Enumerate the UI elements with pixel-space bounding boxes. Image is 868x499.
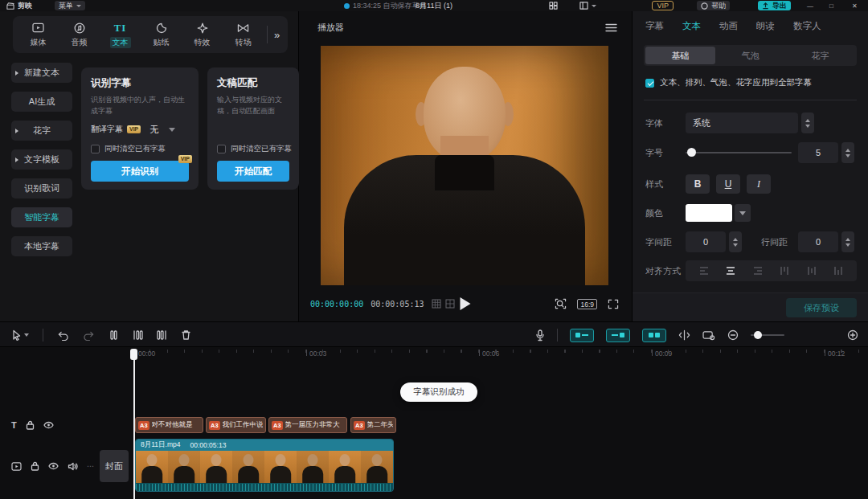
play-button[interactable] <box>461 297 471 310</box>
translate-dropdown[interactable]: 无 <box>149 124 158 136</box>
tab-text[interactable]: TI 文本 <box>100 22 141 48</box>
subtitle-clip[interactable]: A3 第一届压力非常大 <box>268 417 347 433</box>
undo-icon[interactable] <box>57 330 69 341</box>
record-voiceover-icon[interactable] <box>535 329 545 342</box>
font-stepper[interactable] <box>801 112 814 133</box>
tab-digital-human[interactable]: 数字人 <box>793 20 821 32</box>
minimize-button[interactable]: — <box>807 1 818 10</box>
line-spacing-stepper[interactable] <box>841 231 854 252</box>
vip-button[interactable]: VIP <box>652 1 674 10</box>
sidebar-item-smart-subtitles[interactable]: 智能字幕 <box>11 207 72 227</box>
bold-button[interactable]: B <box>686 174 710 194</box>
size-value-field[interactable]: 5 <box>798 142 838 163</box>
subtitle-clip[interactable]: A3 对不对他就是 <box>135 417 203 433</box>
slider-knob[interactable] <box>754 331 762 339</box>
cover-button[interactable]: 封面 <box>100 450 129 482</box>
tab-tts[interactable]: 朗读 <box>756 20 775 32</box>
align-middle-icon[interactable] <box>806 265 817 276</box>
clear-existing-checkbox-row[interactable]: 同时清空已有字幕 <box>217 144 292 154</box>
sidebar-item-ai-generate[interactable]: AI生成 <box>11 92 72 112</box>
player-panel: 播放器 00:00:00:00 00:00:05:13 16:9 <box>299 11 632 321</box>
layout-icon-button[interactable] <box>549 1 558 10</box>
sidebar-item-text-template[interactable]: 文字模板 <box>11 149 72 170</box>
align-top-icon[interactable] <box>779 265 790 276</box>
letter-spacing-stepper[interactable] <box>729 231 742 252</box>
frame-grid-icon[interactable] <box>445 299 455 309</box>
underline-button[interactable]: U <box>716 174 740 194</box>
preview-axis-icon[interactable] <box>678 329 690 341</box>
delete-icon[interactable] <box>181 329 191 341</box>
line-spacing-field[interactable]: 0 <box>798 231 838 252</box>
main-track-magnet-toggle[interactable] <box>570 329 594 342</box>
tab-animation[interactable]: 动画 <box>719 20 738 32</box>
align-left-icon[interactable] <box>698 265 710 276</box>
subtitle-clip[interactable]: A3 我们工作中说 <box>206 417 266 433</box>
subtitle-clip[interactable]: A3 第二年头 <box>350 417 396 433</box>
sidebar-item-local-subtitles[interactable]: 本地字幕 <box>11 236 72 256</box>
checkbox[interactable] <box>91 145 100 153</box>
align-bottom-icon[interactable] <box>833 265 844 276</box>
checkbox-checked[interactable] <box>645 79 654 88</box>
playhead-handle[interactable] <box>130 349 137 360</box>
tab-effects[interactable]: 特效 <box>182 22 223 48</box>
color-swatch[interactable] <box>686 204 732 222</box>
lock-icon[interactable] <box>26 420 35 430</box>
fullscreen-icon[interactable] <box>608 299 619 309</box>
clear-existing-checkbox-row[interactable]: 同时清空已有字幕 <box>91 144 166 154</box>
tab-text[interactable]: 文本 <box>682 20 701 32</box>
sidebar-item-new-text[interactable]: 新建文本 <box>11 63 72 83</box>
subtab-fancy[interactable]: 花字 <box>785 47 855 64</box>
tab-media[interactable]: 媒体 <box>18 22 59 48</box>
player-menu-button[interactable] <box>605 23 617 32</box>
lock-icon[interactable] <box>31 461 39 471</box>
export-button[interactable]: 导出 <box>758 1 791 10</box>
trim-right-icon[interactable] <box>157 329 167 341</box>
trim-left-icon[interactable] <box>133 329 143 341</box>
apply-to-all-row[interactable]: 文本、排列、气泡、花字应用到全部字幕 <box>645 77 812 88</box>
redo-icon[interactable] <box>83 330 95 341</box>
checkbox[interactable] <box>217 145 226 153</box>
italic-button[interactable]: I <box>747 174 771 194</box>
video-clip[interactable]: 8月11日.mp4 00:00:05:13 <box>135 439 394 492</box>
frame-grid-icon[interactable] <box>432 299 441 309</box>
mute-speaker-icon[interactable] <box>68 462 78 471</box>
track-more-icon[interactable]: ⋯ <box>87 462 95 470</box>
align-right-icon[interactable] <box>752 265 764 276</box>
sidebar-item-fancy-text[interactable]: 花字 <box>11 121 72 141</box>
close-button[interactable]: ✕ <box>852 1 863 10</box>
size-slider-knob[interactable] <box>687 148 696 157</box>
tab-subtitles[interactable]: 字幕 <box>645 20 664 32</box>
menu-button[interactable]: 菜单 <box>55 1 85 10</box>
subtab-bubble[interactable]: 气泡 <box>715 47 785 64</box>
size-slider-track[interactable] <box>686 152 792 153</box>
preview-zoom-icon[interactable] <box>702 330 715 341</box>
start-match-button[interactable]: 开始匹配 <box>217 161 289 182</box>
help-button[interactable]: 帮助 <box>697 1 730 10</box>
tab-transitions[interactable]: 转场 <box>223 22 264 48</box>
split-icon[interactable] <box>108 329 119 341</box>
more-tabs-button[interactable]: » <box>274 29 278 41</box>
tab-audio[interactable]: 音频 <box>59 22 100 48</box>
zoom-to-fit-icon[interactable] <box>847 329 858 341</box>
start-recognition-button[interactable]: 开始识别 VIP <box>91 161 189 182</box>
zoom-out-icon[interactable] <box>727 329 739 341</box>
auto-snap-toggle[interactable] <box>606 329 630 342</box>
select-tool-button[interactable] <box>11 329 29 341</box>
color-dropdown-button[interactable] <box>735 204 751 222</box>
timeline-zoom-slider[interactable] <box>751 329 784 341</box>
letter-spacing-field[interactable]: 0 <box>686 231 726 252</box>
align-center-icon[interactable] <box>725 265 736 276</box>
preview-quality-icon[interactable] <box>555 298 567 309</box>
aspect-ratio-button[interactable]: 16:9 <box>577 299 597 309</box>
font-select[interactable]: 系统 <box>686 112 798 133</box>
workspace-switch-button[interactable] <box>579 1 596 10</box>
maximize-button[interactable]: □ <box>829 1 841 10</box>
save-preset-button[interactable]: 保存预设 <box>786 298 857 317</box>
size-stepper[interactable] <box>841 142 854 163</box>
tab-sticker[interactable]: 贴纸 <box>141 22 182 48</box>
eye-icon[interactable] <box>43 421 54 429</box>
sidebar-item-lyrics-recognition[interactable]: 识别歌词 <box>11 178 72 198</box>
eye-icon[interactable] <box>48 462 59 470</box>
link-toggle[interactable] <box>642 329 666 342</box>
subtab-basic[interactable]: 基础 <box>645 47 715 64</box>
